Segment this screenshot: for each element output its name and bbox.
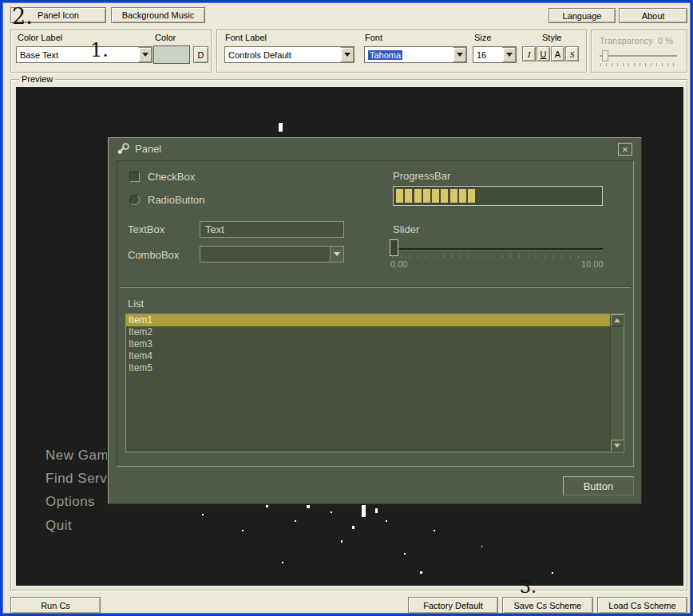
style-buttons: IUAS — [522, 46, 580, 61]
transparency-slider-track — [600, 55, 677, 57]
default-color-button-label: D — [198, 50, 204, 60]
list-item[interactable]: Item1 — [126, 314, 610, 326]
preview-textbox[interactable]: Text — [200, 221, 344, 238]
preview-slider-track — [390, 248, 603, 251]
chevron-down-icon[interactable] — [453, 47, 466, 62]
background-music-button-label: Background Music — [122, 10, 195, 20]
preview-group: Preview New GameFind ServersOptionsQuit … — [10, 79, 687, 590]
preview-textbox-label: TextBox — [128, 223, 164, 235]
preview-slider-max: 10.00 — [581, 259, 604, 269]
style-button-i[interactable]: I — [522, 46, 536, 61]
transparency-slider-thumb[interactable] — [602, 50, 608, 61]
panel-icon-button-label: Panel Icon — [38, 10, 79, 20]
preview-button[interactable]: Button — [563, 476, 634, 496]
color-label-combobox[interactable]: Base Text — [16, 46, 152, 63]
preview-panel-window[interactable]: Panel ✕ CheckBox RadioButton TextBox Tex… — [108, 137, 642, 504]
color-label-combobox-value: Base Text — [17, 50, 138, 60]
font-label-combobox[interactable]: Controls Default — [224, 46, 354, 63]
preview-button-label: Button — [584, 480, 614, 492]
close-icon[interactable]: ✕ — [618, 143, 632, 156]
run-cs-button-label: Run Cs — [41, 601, 70, 610]
preview-textbox-value: Text — [200, 223, 343, 235]
about-button-label: About — [642, 11, 665, 21]
preview-progressbar-label: ProgressBar — [393, 170, 450, 182]
transparency-slider-ticks — [600, 63, 677, 66]
default-color-button[interactable]: D — [193, 46, 208, 63]
preview-panel-title: Panel — [135, 143, 161, 155]
load-cs-scheme-button-label: Load Cs Scheme — [608, 601, 675, 610]
style-caption: Style — [542, 33, 561, 42]
progress-segment — [396, 189, 403, 203]
preview-list-label: List — [128, 298, 144, 310]
chevron-down-icon[interactable] — [502, 47, 516, 62]
preview-slider-ticks — [392, 255, 601, 258]
font-label-caption: Font Label — [225, 33, 267, 42]
menu-item: New Game — [46, 448, 117, 464]
size-combobox-value: 16 — [473, 50, 502, 60]
annotation-3: 3. — [520, 577, 537, 597]
size-caption: Size — [474, 33, 491, 42]
progress-segment — [459, 189, 466, 203]
language-button-label: Language — [563, 11, 602, 21]
progress-segment — [423, 189, 430, 203]
progress-segment — [414, 189, 422, 203]
style-button-a[interactable]: A — [551, 46, 564, 61]
save-cs-scheme-button-label: Save Cs Scheme — [514, 601, 582, 610]
color-group: Color Label Base Text Color D — [10, 30, 212, 73]
menu-item: Quit — [46, 518, 72, 534]
progress-segment — [405, 189, 412, 203]
preview-checkbox-label: CheckBox — [148, 171, 195, 183]
color-swatch[interactable] — [153, 45, 190, 64]
annotation-2: 2. — [12, 4, 33, 29]
font-group: Font Label Controls Default Font Tahoma … — [216, 30, 587, 73]
list-item[interactable]: Item2 — [126, 326, 624, 338]
preview-slider-min: 0.00 — [390, 259, 407, 269]
preview-checkbox[interactable] — [129, 172, 140, 182]
preview-combobox-label: ComboBox — [128, 249, 179, 261]
preview-panel-titlebar[interactable]: Panel ✕ — [109, 138, 641, 159]
preview-area: New GameFind ServersOptionsQuit Panel ✕ … — [16, 87, 683, 586]
transparency-value: 0 % — [658, 36, 673, 45]
chevron-down-icon[interactable] — [138, 47, 152, 62]
scheme-editor-window: Panel Icon Background Music Language Abo… — [0, 0, 693, 616]
language-button[interactable]: Language — [548, 8, 616, 23]
preview-title: Preview — [19, 74, 55, 84]
annotation-1: 1. — [90, 39, 109, 61]
list-item[interactable]: Item3 — [126, 338, 624, 350]
progress-segment — [432, 189, 439, 203]
font-combobox[interactable]: Tahoma — [364, 46, 467, 63]
preview-radiobutton[interactable] — [129, 195, 140, 205]
font-caption: Font — [365, 33, 382, 42]
color-group-title: Color Label — [18, 33, 62, 42]
progress-segment — [468, 189, 475, 203]
size-combobox[interactable]: 16 — [473, 46, 517, 63]
load-cs-scheme-button[interactable]: Load Cs Scheme — [597, 597, 687, 614]
style-button-s[interactable]: S — [565, 46, 579, 61]
preview-list[interactable]: Item1Item2Item3Item4Item5 — [125, 314, 624, 452]
list-items: Item1Item2Item3Item4Item5 — [126, 314, 624, 374]
preview-combobox[interactable] — [200, 246, 344, 263]
scroll-up-icon[interactable] — [611, 314, 624, 326]
about-button[interactable]: About — [619, 8, 687, 23]
preview-radiobutton-label: RadioButton — [148, 194, 205, 206]
progress-segment — [441, 189, 448, 203]
panel-separator — [120, 286, 631, 288]
font-label-combobox-value: Controls Default — [225, 50, 340, 60]
transparency-caption: Transparency 0 % — [600, 36, 673, 45]
preview-slider-label: Slider — [393, 223, 419, 235]
chevron-down-icon[interactable] — [330, 247, 343, 262]
chevron-down-icon[interactable] — [340, 47, 354, 62]
list-item[interactable]: Item5 — [126, 362, 624, 374]
run-cs-button[interactable]: Run Cs — [10, 597, 101, 614]
save-cs-scheme-button[interactable]: Save Cs Scheme — [502, 597, 593, 614]
style-button-u[interactable]: U — [537, 46, 550, 61]
factory-default-button[interactable]: Factory Default — [408, 597, 498, 614]
factory-default-button-label: Factory Default — [423, 601, 483, 610]
preview-progressbar — [393, 186, 603, 206]
list-item[interactable]: Item4 — [126, 350, 624, 362]
progress-segment — [450, 189, 457, 203]
preview-slider-thumb[interactable] — [390, 239, 398, 256]
scroll-down-icon[interactable] — [611, 440, 624, 452]
background-music-button[interactable]: Background Music — [111, 7, 205, 23]
list-scrollbar[interactable] — [610, 314, 624, 452]
